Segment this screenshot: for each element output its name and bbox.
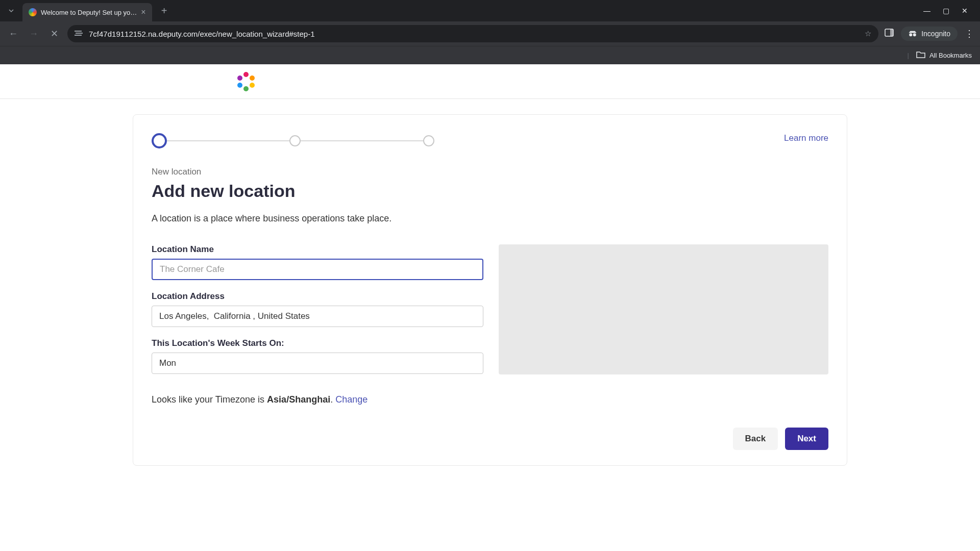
- location-address-field: Location Address: [152, 291, 483, 327]
- tab-bar: Welcome to Deputy! Set up yo… × + — ▢ ✕: [0, 0, 980, 21]
- location-address-input[interactable]: [152, 306, 483, 327]
- week-start-label: This Location's Week Starts On:: [152, 338, 483, 348]
- side-panel-icon[interactable]: [885, 28, 894, 39]
- deputy-logo-icon: [235, 70, 257, 93]
- page-header: [0, 64, 980, 99]
- bookmark-star-icon[interactable]: ☆: [865, 29, 871, 38]
- all-bookmarks-link[interactable]: All Bookmarks: [929, 52, 972, 59]
- incognito-badge[interactable]: Incognito: [901, 27, 958, 41]
- window-controls: — ▢ ✕: [923, 7, 976, 15]
- svg-rect-4: [890, 29, 893, 36]
- breadcrumb: New location: [152, 167, 828, 177]
- svg-point-9: [250, 83, 255, 88]
- svg-point-10: [243, 86, 249, 91]
- svg-rect-1: [76, 33, 83, 34]
- timezone-suffix: .: [330, 394, 335, 405]
- page-description: A location is a place where business ope…: [152, 213, 828, 224]
- forward-nav-icon[interactable]: →: [27, 29, 41, 39]
- wizard-stepper: [152, 133, 434, 148]
- svg-rect-0: [75, 31, 82, 32]
- step-3-circle: [423, 135, 434, 146]
- browser-chrome: Welcome to Deputy! Set up yo… × + — ▢ ✕ …: [0, 0, 980, 64]
- card-top-row: Learn more: [152, 133, 828, 148]
- address-bar-row: ← → ✕ 7cf47d19112152.na.deputy.com/exec/…: [0, 21, 980, 46]
- svg-point-6: [913, 33, 916, 36]
- step-line-1: [167, 140, 289, 141]
- content-wrap: Learn more New location Add new location…: [0, 99, 980, 466]
- stop-reload-icon[interactable]: ✕: [47, 28, 61, 39]
- timezone-line: Looks like your Timezone is Asia/Shangha…: [152, 394, 828, 405]
- maximize-icon[interactable]: ▢: [943, 7, 949, 15]
- svg-point-8: [250, 76, 255, 81]
- form-column: Location Name Location Address This Loca…: [152, 244, 483, 385]
- svg-point-7: [243, 72, 249, 77]
- address-bar[interactable]: 7cf47d19112152.na.deputy.com/exec/new_lo…: [67, 25, 878, 42]
- svg-point-5: [909, 33, 912, 36]
- minimize-icon[interactable]: —: [923, 7, 930, 15]
- svg-rect-2: [75, 35, 82, 36]
- location-name-label: Location Name: [152, 244, 483, 255]
- step-1-circle: [152, 133, 167, 148]
- next-button[interactable]: Next: [785, 428, 828, 450]
- timezone-value: Asia/Shanghai: [267, 394, 330, 405]
- close-window-icon[interactable]: ✕: [962, 7, 968, 15]
- learn-more-link[interactable]: Learn more: [784, 133, 828, 143]
- new-tab-button[interactable]: +: [156, 5, 173, 17]
- map-preview[interactable]: [499, 244, 828, 374]
- site-settings-icon[interactable]: [75, 30, 84, 38]
- form-row: Location Name Location Address This Loca…: [152, 244, 828, 385]
- button-row: Back Next: [152, 428, 828, 450]
- bookmarks-bar: | All Bookmarks: [0, 46, 980, 64]
- week-start-input[interactable]: [152, 353, 483, 374]
- wizard-card: Learn more New location Add new location…: [133, 114, 847, 466]
- back-button[interactable]: Back: [733, 428, 778, 450]
- incognito-label: Incognito: [921, 30, 950, 38]
- chrome-menu-icon[interactable]: ⋮: [965, 28, 974, 39]
- location-name-input[interactable]: [152, 259, 483, 280]
- url-text: 7cf47d19112152.na.deputy.com/exec/new_lo…: [89, 30, 860, 38]
- step-line-2: [301, 140, 423, 141]
- week-start-field: This Location's Week Starts On:: [152, 338, 483, 374]
- back-nav-icon[interactable]: ←: [6, 29, 20, 39]
- svg-point-12: [237, 76, 242, 81]
- step-2-circle: [289, 135, 301, 146]
- tab-title: Welcome to Deputy! Set up yo…: [41, 9, 137, 16]
- chrome-right-controls: Incognito ⋮: [885, 27, 974, 41]
- bookmarks-separator: |: [908, 52, 909, 59]
- timezone-prefix: Looks like your Timezone is: [152, 394, 267, 405]
- svg-point-11: [237, 83, 242, 88]
- page-body: Learn more New location Add new location…: [0, 64, 980, 551]
- location-address-label: Location Address: [152, 291, 483, 302]
- location-name-field: Location Name: [152, 244, 483, 280]
- incognito-icon: [908, 31, 917, 37]
- timezone-change-link[interactable]: Change: [335, 394, 368, 405]
- tab-favicon-icon: [29, 8, 37, 16]
- tab-close-icon[interactable]: ×: [141, 8, 145, 17]
- page-title: Add new location: [152, 181, 828, 201]
- tab-search-dropdown[interactable]: [4, 4, 18, 18]
- browser-tab[interactable]: Welcome to Deputy! Set up yo… ×: [22, 3, 152, 21]
- folder-icon: [916, 51, 925, 60]
